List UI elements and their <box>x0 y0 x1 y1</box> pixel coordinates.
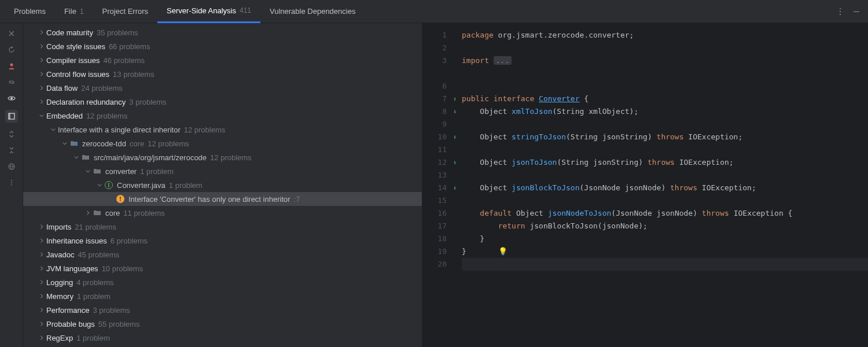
chevron-right-icon[interactable] <box>37 236 46 245</box>
tree-row[interactable]: Data flow24 problems <box>23 81 422 95</box>
chevron-right-icon[interactable] <box>37 319 46 328</box>
tab-project-errors[interactable]: Project Errors <box>93 0 157 23</box>
tree-row[interactable]: Interface with a single direct inheritor… <box>23 123 422 136</box>
tree-row[interactable]: Code maturity35 problems <box>23 25 422 39</box>
tree-count: 12 problems <box>86 112 128 120</box>
tree-label: src/main/java/org/jsmart/zerocode <box>94 153 207 162</box>
svg-rect-7 <box>9 113 10 119</box>
tree-row[interactable]: RegExp1 problem <box>23 331 422 345</box>
tree-row[interactable]: Control flow issues13 problems <box>23 67 422 81</box>
chevron-right-icon[interactable] <box>37 305 46 315</box>
tree-label: Converter.java <box>117 181 165 190</box>
svg-rect-3 <box>854 11 859 12</box>
open-editor-icon[interactable] <box>5 110 18 123</box>
tree-count: 66 problems <box>109 42 150 51</box>
chevron-right-icon[interactable] <box>37 250 46 259</box>
expand-icon[interactable] <box>7 130 16 139</box>
problems-tree[interactable]: Code maturity35 problemsCode style issue… <box>23 23 422 347</box>
tab-file[interactable]: File1 <box>55 0 93 23</box>
chevron-down-icon[interactable] <box>95 180 104 190</box>
tab-problems[interactable]: Problems <box>5 0 55 23</box>
tree-row[interactable]: Inheritance issues6 problems <box>23 234 422 248</box>
tree-row[interactable]: JVM languages10 problems <box>23 261 422 275</box>
tab-vulnerable-dependencies[interactable]: Vulnerable Dependencies <box>260 0 365 23</box>
tree-count: 24 problems <box>81 84 123 93</box>
code-editor[interactable]: 12367891011121314151617181920 ⬇⬇⬇⬇⬇ pack… <box>422 23 868 347</box>
editor-gutter: ⬇⬇⬇⬇⬇ <box>450 23 459 347</box>
chevron-right-icon[interactable] <box>37 42 46 51</box>
chevron-right-icon[interactable] <box>37 264 46 273</box>
tree-count: 12 problems <box>210 153 252 162</box>
tree-count: 6 problems <box>111 237 148 245</box>
tree-count: 12 problems <box>148 139 189 148</box>
bulb-icon[interactable]: 💡 <box>498 247 507 256</box>
web-icon[interactable] <box>7 162 16 171</box>
tree-row[interactable]: Javadoc45 problems <box>23 248 422 261</box>
tree-label: JVM languages <box>46 264 98 273</box>
user-icon[interactable] <box>7 61 16 71</box>
interface-icon: I <box>104 180 113 190</box>
line-numbers: 12367891011121314151617181920 <box>422 23 450 347</box>
tree-count: 1 problem <box>77 292 111 301</box>
tree-label: Declaration redundancy <box>46 98 126 106</box>
more-options-icon[interactable] <box>833 5 847 19</box>
tree-row[interactable]: Imports21 problems <box>23 220 422 234</box>
tree-row[interactable]: src/main/java/org/jsmart/zerocode12 prob… <box>23 150 422 164</box>
tree-row[interactable]: Code style issues66 problems <box>23 39 422 53</box>
tree-label: Embedded <box>46 112 83 120</box>
tree-row[interactable]: Performance3 problems <box>23 303 422 317</box>
warning-icon: ! <box>116 194 125 204</box>
chevron-right-icon[interactable] <box>37 69 46 79</box>
tree-row[interactable]: Embedded12 problems <box>23 109 422 123</box>
tree-label: Data flow <box>46 84 78 93</box>
chevron-right-icon[interactable] <box>37 291 46 301</box>
tool-gutter <box>0 23 23 347</box>
refresh-icon[interactable] <box>7 45 16 54</box>
svg-rect-12 <box>75 143 77 145</box>
tree-row[interactable]: zerocode-tddcore12 problems <box>23 136 422 150</box>
chevron-right-icon[interactable] <box>83 208 93 217</box>
tree-count: 46 problems <box>103 56 145 65</box>
tree-count: 21 problems <box>75 223 116 231</box>
tab-server-side-analysis[interactable]: Server-Side Analysis411 <box>157 0 260 23</box>
svg-point-5 <box>10 97 13 99</box>
tree-label: Performance <box>46 306 89 315</box>
chevron-right-icon[interactable] <box>37 222 46 231</box>
chevron-down-icon[interactable] <box>37 111 46 120</box>
tree-row[interactable]: Compiler issues46 problems <box>23 53 422 67</box>
chevron-right-icon[interactable] <box>37 97 46 106</box>
chevron-right-icon[interactable] <box>37 56 46 65</box>
tree-row[interactable]: !Interface 'Converter' has only one dire… <box>23 192 422 206</box>
tree-count: :7 <box>294 195 300 204</box>
chevron-down-icon[interactable] <box>83 167 93 176</box>
tree-row[interactable]: Memory1 problem <box>23 289 422 303</box>
chevron-right-icon[interactable] <box>37 333 46 342</box>
tree-row[interactable]: Declaration redundancy3 problems <box>23 95 422 109</box>
chevron-down-icon[interactable] <box>60 139 69 148</box>
tree-row[interactable]: IConverter.java1 problem <box>23 178 422 192</box>
tree-row[interactable]: core11 problems <box>23 206 422 220</box>
chevron-right-icon[interactable] <box>37 83 46 93</box>
chevron-right-icon[interactable] <box>37 28 46 37</box>
minimize-icon[interactable] <box>849 5 863 19</box>
folder-icon <box>93 167 102 176</box>
tree-count: 1 problem <box>169 181 203 190</box>
tree-row[interactable]: converter1 problem <box>23 164 422 178</box>
more-gutter-icon[interactable] <box>7 178 16 187</box>
tree-label: Interface with a single direct inheritor <box>58 125 181 134</box>
collapse-icon[interactable] <box>7 146 16 155</box>
chevron-down-icon[interactable] <box>49 125 58 134</box>
tree-row[interactable]: Logging4 problems <box>23 275 422 289</box>
folder-icon <box>93 208 102 217</box>
tree-label: core <box>105 209 120 217</box>
preview-icon[interactable] <box>7 94 16 103</box>
link-icon[interactable] <box>7 77 16 87</box>
tree-label: Memory <box>46 292 73 301</box>
chevron-right-icon[interactable] <box>37 278 46 287</box>
code-content[interactable]: package org.jsmart.zerocode.converter; i… <box>459 23 868 347</box>
tree-row[interactable]: Probable bugs55 problems <box>23 317 422 331</box>
svg-point-2 <box>840 13 841 14</box>
tree-label: Probable bugs <box>46 320 95 328</box>
chevron-down-icon[interactable] <box>72 153 81 162</box>
close-icon[interactable] <box>7 29 16 38</box>
